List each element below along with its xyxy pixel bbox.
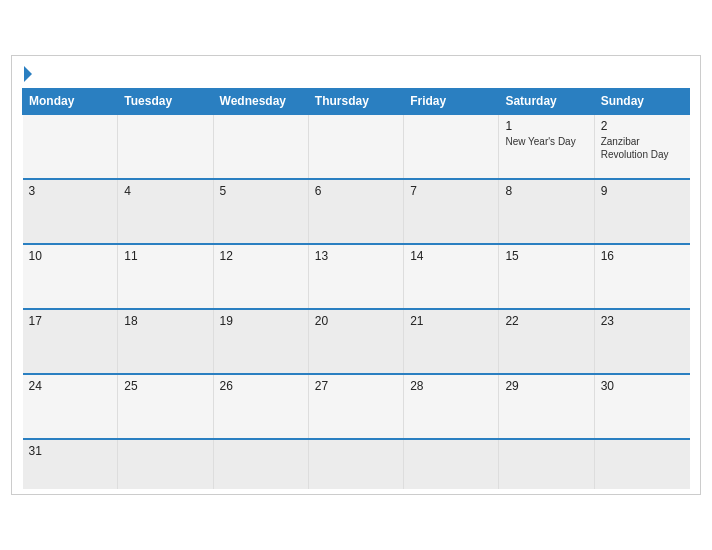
day-column-header-wednesday: Wednesday	[213, 89, 308, 115]
calendar-cell: 7	[404, 179, 499, 244]
day-number: 25	[124, 379, 206, 393]
calendar-cell	[23, 114, 118, 179]
day-column-header-friday: Friday	[404, 89, 499, 115]
day-column-header-monday: Monday	[23, 89, 118, 115]
calendar-cell: 20	[308, 309, 403, 374]
day-number: 11	[124, 249, 206, 263]
calendar-cell: 13	[308, 244, 403, 309]
calendar-cell: 17	[23, 309, 118, 374]
event-label: New Year's Day	[505, 135, 587, 148]
day-number: 15	[505, 249, 587, 263]
calendar-cell: 19	[213, 309, 308, 374]
calendar-cell	[594, 439, 689, 489]
day-number: 8	[505, 184, 587, 198]
calendar-cell	[213, 439, 308, 489]
calendar: MondayTuesdayWednesdayThursdayFridaySatu…	[11, 55, 701, 495]
calendar-cell	[118, 114, 213, 179]
calendar-cell: 28	[404, 374, 499, 439]
day-number: 13	[315, 249, 397, 263]
calendar-cell	[213, 114, 308, 179]
day-column-header-thursday: Thursday	[308, 89, 403, 115]
week-row-2: 3456789	[23, 179, 690, 244]
day-number: 4	[124, 184, 206, 198]
calendar-cell: 15	[499, 244, 594, 309]
calendar-cell: 29	[499, 374, 594, 439]
day-number: 24	[29, 379, 112, 393]
day-column-header-tuesday: Tuesday	[118, 89, 213, 115]
day-number: 9	[601, 184, 684, 198]
day-number: 6	[315, 184, 397, 198]
day-number: 2	[601, 119, 684, 133]
calendar-thead: MondayTuesdayWednesdayThursdayFridaySatu…	[23, 89, 690, 115]
calendar-cell: 21	[404, 309, 499, 374]
calendar-cell: 25	[118, 374, 213, 439]
day-number: 29	[505, 379, 587, 393]
week-row-1: 1New Year's Day2Zanzibar Revolution Day	[23, 114, 690, 179]
calendar-cell: 24	[23, 374, 118, 439]
calendar-table: MondayTuesdayWednesdayThursdayFridaySatu…	[22, 88, 690, 489]
day-number: 3	[29, 184, 112, 198]
days-header-row: MondayTuesdayWednesdayThursdayFridaySatu…	[23, 89, 690, 115]
event-label: Zanzibar Revolution Day	[601, 135, 684, 161]
calendar-cell: 26	[213, 374, 308, 439]
calendar-cell: 6	[308, 179, 403, 244]
day-number: 14	[410, 249, 492, 263]
calendar-cell: 22	[499, 309, 594, 374]
day-number: 16	[601, 249, 684, 263]
day-number: 17	[29, 314, 112, 328]
week-row-5: 24252627282930	[23, 374, 690, 439]
calendar-cell: 18	[118, 309, 213, 374]
calendar-cell: 4	[118, 179, 213, 244]
calendar-cell: 10	[23, 244, 118, 309]
day-number: 12	[220, 249, 302, 263]
calendar-cell	[118, 439, 213, 489]
calendar-cell: 2Zanzibar Revolution Day	[594, 114, 689, 179]
day-number: 18	[124, 314, 206, 328]
day-number: 27	[315, 379, 397, 393]
calendar-cell: 27	[308, 374, 403, 439]
calendar-cell: 16	[594, 244, 689, 309]
calendar-cell: 23	[594, 309, 689, 374]
calendar-cell: 30	[594, 374, 689, 439]
calendar-body: 1New Year's Day2Zanzibar Revolution Day3…	[23, 114, 690, 489]
day-number: 28	[410, 379, 492, 393]
calendar-cell: 1New Year's Day	[499, 114, 594, 179]
day-number: 7	[410, 184, 492, 198]
day-number: 21	[410, 314, 492, 328]
week-row-6: 31	[23, 439, 690, 489]
day-column-header-sunday: Sunday	[594, 89, 689, 115]
day-number: 20	[315, 314, 397, 328]
calendar-cell: 14	[404, 244, 499, 309]
calendar-cell	[308, 114, 403, 179]
day-number: 23	[601, 314, 684, 328]
calendar-cell: 3	[23, 179, 118, 244]
calendar-cell	[499, 439, 594, 489]
day-number: 22	[505, 314, 587, 328]
day-number: 31	[29, 444, 112, 458]
week-row-3: 10111213141516	[23, 244, 690, 309]
week-row-4: 17181920212223	[23, 309, 690, 374]
day-number: 19	[220, 314, 302, 328]
day-number: 5	[220, 184, 302, 198]
day-number: 1	[505, 119, 587, 133]
calendar-header	[22, 66, 690, 82]
calendar-cell	[404, 439, 499, 489]
calendar-cell: 12	[213, 244, 308, 309]
logo	[22, 66, 32, 82]
calendar-cell: 11	[118, 244, 213, 309]
day-column-header-saturday: Saturday	[499, 89, 594, 115]
calendar-cell	[404, 114, 499, 179]
calendar-cell: 8	[499, 179, 594, 244]
day-number: 10	[29, 249, 112, 263]
day-number: 26	[220, 379, 302, 393]
calendar-cell: 9	[594, 179, 689, 244]
calendar-cell: 5	[213, 179, 308, 244]
logo-triangle-icon	[24, 66, 32, 82]
day-number: 30	[601, 379, 684, 393]
calendar-cell	[308, 439, 403, 489]
calendar-cell: 31	[23, 439, 118, 489]
